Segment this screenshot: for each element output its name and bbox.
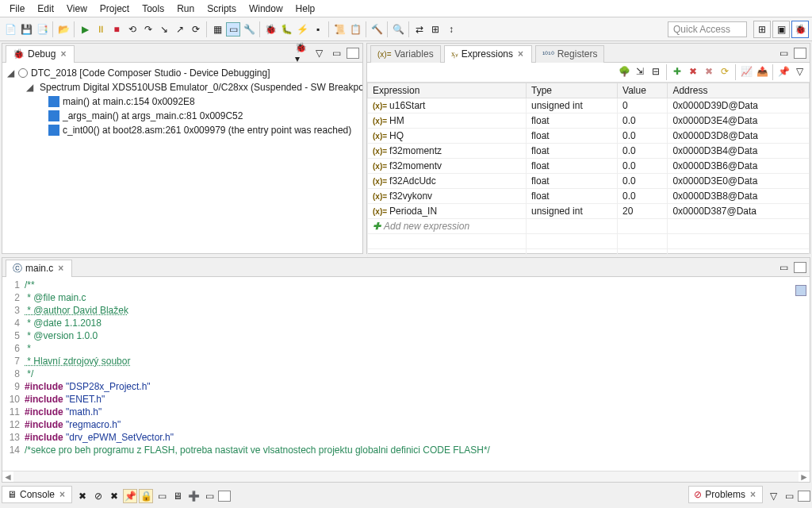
flash-icon[interactable]: ⚡ [295,22,309,37]
add-expression-row[interactable]: ✚Add new expression [368,219,810,234]
debug-perspective-icon[interactable]: 🐞 [791,21,809,38]
menu-window[interactable]: Window [243,1,289,17]
pin-icon[interactable]: 📌 [123,489,137,503]
removeall-icon[interactable]: ✖ [702,64,716,79]
pause-icon[interactable]: ⏸ [94,22,108,37]
stop-icon[interactable]: ■ [109,22,124,37]
variables-tab[interactable]: (x)= Variables [370,45,441,63]
remove-icon[interactable]: ✖ [686,64,700,79]
menu-run[interactable]: Run [170,1,201,17]
close-icon[interactable]: × [749,489,757,500]
pin-icon[interactable]: 📌 [776,64,791,79]
max-icon[interactable] [218,491,231,502]
col-expression[interactable]: Expression [368,83,527,98]
save-icon[interactable]: 💾 [19,22,33,37]
step-into-icon[interactable]: ↘ [157,22,171,37]
up-icon[interactable]: ↕ [444,22,458,37]
stack-frame[interactable]: _args_main() at args_main.c:81 0x009C52 [7,109,358,123]
tree-icon[interactable]: 🌳 [617,64,631,79]
maximize-icon[interactable] [794,48,806,59]
col-address[interactable]: Address [668,83,810,98]
col-type[interactable]: Type [527,83,618,98]
menu-help[interactable]: Help [289,1,322,17]
stack-frame[interactable]: c_int00() at boot28.asm:261 0x009979 (th… [7,123,358,137]
restart-icon[interactable]: ⟲ [125,22,140,37]
menu-file[interactable]: File [3,1,31,17]
editor-tab[interactable]: ⓒ main.c × [6,260,72,277]
terminate-icon[interactable]: ⊘ [91,489,105,503]
close-icon[interactable]: × [56,263,65,274]
open-perspective-icon[interactable]: ⊞ [753,21,771,38]
menu-tools[interactable]: Tools [136,1,170,17]
registers-tab[interactable]: ¹⁰¹⁰ Registers [535,45,604,63]
minimize-icon[interactable]: ▭ [329,46,343,60]
maximize-icon[interactable] [347,48,359,59]
search-icon[interactable]: 🔍 [391,22,405,37]
scroll-marker[interactable] [795,285,806,296]
window-icon[interactable]: ▭ [226,22,240,37]
scroll-lock-icon[interactable]: 🔒 [139,489,153,503]
stack-frame[interactable]: main() at main.c:154 0x0092E8 [7,94,358,109]
table-row[interactable]: (x)=f32momentvfloat0.00x0000D3B6@Data [368,159,810,174]
max-icon[interactable] [798,491,810,502]
step-over-icon[interactable]: ↷ [141,22,155,37]
close-icon[interactable]: × [58,489,67,500]
problems-tab[interactable]: ⊘ Problems × [688,486,763,503]
add-icon[interactable]: ✚ [670,64,684,79]
menu-scripts[interactable]: Scripts [201,1,243,17]
min-icon[interactable]: ▭ [202,489,216,503]
debug-project-node[interactable]: ◢ DTC_2018 [Code Composer Studio - Devic… [7,66,358,80]
refresh-icon[interactable]: ⟳ [718,64,732,79]
grid-icon[interactable]: ▦ [210,22,224,37]
quick-access-input[interactable]: Quick Access [668,21,747,37]
script-icon[interactable]: 📜 [332,22,347,37]
expand-icon[interactable]: ⇲ [633,64,647,79]
table-row[interactable]: (x)=HQfloat0.00x0000D3D8@Data [368,129,810,144]
view-menu-icon[interactable]: ▽ [312,46,326,60]
col-value[interactable]: Value [618,83,668,98]
minimize-icon[interactable]: ▭ [776,46,791,60]
ccs-perspective-icon[interactable]: ▣ [772,21,790,38]
table-row[interactable]: (x)=Perioda_INunsigned int200x0000D387@D… [368,204,810,219]
close-icon[interactable]: × [516,48,525,60]
nav-icon[interactable]: ⇄ [412,22,427,37]
menu-project[interactable]: Project [94,1,136,17]
menu-edit[interactable]: Edit [31,1,60,17]
table-row[interactable]: (x)=f32AdcUdcfloat0.00x0000D3E0@Data [368,174,810,189]
hammer-icon[interactable]: 🔨 [370,22,384,37]
minimize-icon[interactable]: ▭ [776,260,791,275]
collapse-icon[interactable]: ◢ [26,80,33,94]
expressions-tab[interactable]: ᶍᵧ Expressions × [444,45,532,63]
step-out-icon[interactable]: ↗ [173,22,187,37]
scroll-right-icon[interactable]: ► [799,471,810,482]
debug-dropdown-icon[interactable]: 🐞▾ [294,46,308,60]
menu-icon[interactable]: ▽ [766,489,780,503]
menu-view[interactable]: View [60,1,94,17]
table-row[interactable]: (x)=f32vykonvfloat0.00x0000D3B8@Data [368,189,810,204]
new-console-icon[interactable]: ➕ [186,489,201,503]
console-tab[interactable]: 🖥 Console × [2,486,72,503]
reset-icon[interactable]: ⟳ [189,22,203,37]
expand-icon[interactable]: ⊞ [428,22,442,37]
clear-icon[interactable]: ✖ [75,489,90,503]
script2-icon[interactable]: 📋 [348,22,362,37]
bug2-icon[interactable]: 🐛 [279,22,293,37]
folder-icon[interactable]: 📂 [56,22,71,37]
removeall-icon[interactable]: ✖ [107,489,121,503]
graph-icon[interactable]: 📈 [739,64,753,79]
collapse-icon[interactable]: ⊟ [649,64,663,79]
chip-icon[interactable]: ▪ [311,22,325,37]
new-icon[interactable]: 📄 [3,22,17,37]
debug-tab[interactable]: 🐞 Debug × [6,45,75,63]
export-icon[interactable]: 📤 [755,64,769,79]
saveall-icon[interactable]: 📑 [35,22,49,37]
display-icon[interactable]: ▭ [155,489,169,503]
debug-thread-node[interactable]: ◢ Spectrum Digital XDS510USB Emulator_0/… [7,80,358,94]
table-row[interactable]: (x)=u16Startunsigned int00x0000D39D@Data [368,98,810,114]
min-icon[interactable]: ▭ [782,489,796,503]
scroll-left-icon[interactable]: ◄ [2,471,13,482]
maximize-icon[interactable] [794,262,806,273]
open-console-icon[interactable]: 🖥 [170,489,185,503]
collapse-icon[interactable]: ◢ [7,66,15,80]
table-row[interactable]: (x)=HMfloat0.00x0000D3E4@Data [368,114,810,129]
